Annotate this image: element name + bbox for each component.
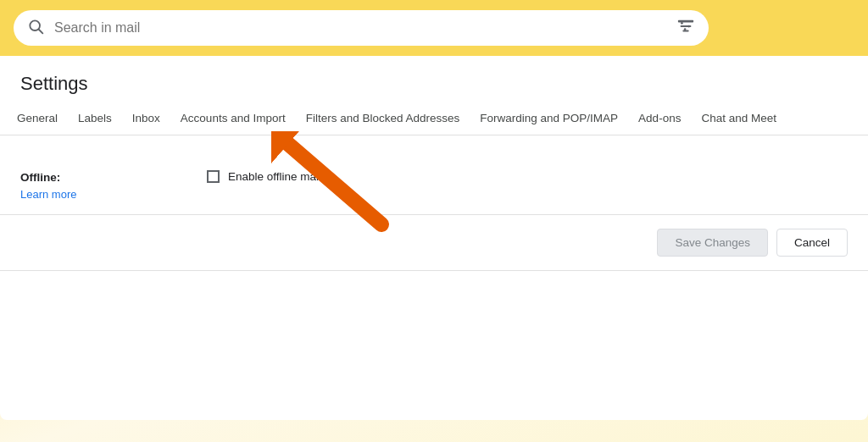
tab-labels[interactable]: Labels — [68, 103, 122, 135]
offline-control-col: Enable offline mail — [207, 169, 848, 183]
tab-forwarding[interactable]: Forwarding and POP/IMAP — [470, 103, 628, 135]
tab-general[interactable]: General — [7, 103, 68, 135]
cancel-button[interactable]: Cancel — [776, 229, 848, 257]
buttons-row: Save Changes Cancel — [0, 215, 868, 271]
enable-offline-checkbox[interactable] — [207, 170, 220, 183]
enable-offline-label: Enable offline mail — [228, 170, 321, 183]
tab-filters[interactable]: Filters and Blocked Addresses — [296, 103, 470, 135]
search-icon — [27, 18, 44, 38]
svg-point-7 — [687, 25, 690, 28]
svg-line-1 — [39, 30, 43, 34]
save-changes-button[interactable]: Save Changes — [657, 229, 768, 257]
search-bar-container — [0, 0, 868, 56]
svg-point-8 — [684, 28, 687, 30]
offline-label: Offline: — [20, 171, 60, 184]
page-title: Settings — [0, 56, 868, 103]
settings-content: Offline: Learn more Enable offline mail … — [0, 135, 868, 271]
learn-more-link[interactable]: Learn more — [20, 188, 186, 201]
tab-chat[interactable]: Chat and Meet — [691, 103, 787, 135]
offline-label-col: Offline: Learn more — [20, 169, 207, 201]
tab-inbox[interactable]: Inbox — [122, 103, 170, 135]
search-input[interactable] — [54, 20, 666, 36]
tab-accounts[interactable]: Accounts and Import — [170, 103, 296, 135]
svg-point-6 — [681, 22, 683, 25]
tab-addons[interactable]: Add-ons — [628, 103, 691, 135]
filter-icon[interactable] — [676, 17, 695, 39]
offline-row: Offline: Learn more Enable offline mail — [0, 156, 868, 215]
search-bar — [14, 10, 709, 46]
tabs-row: General Labels Inbox Accounts and Import… — [0, 103, 868, 135]
settings-panel: Settings General Labels Inbox Accounts a… — [0, 56, 868, 420]
